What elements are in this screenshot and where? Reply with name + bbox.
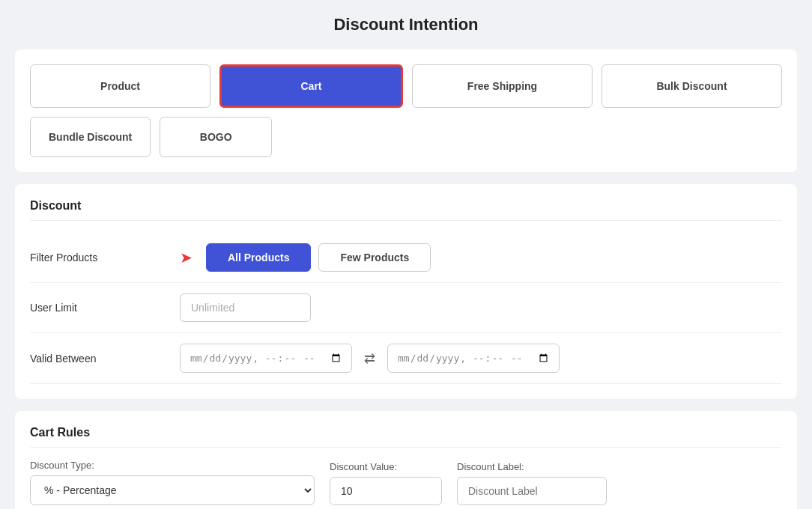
user-limit-row: User Limit [30,283,782,333]
user-limit-control [180,293,311,322]
valid-between-label: Valid Between [30,353,180,365]
intention-row-2: Bundle Discount BOGO [30,117,782,157]
cart-rules-row: Discount Type: % - Percentage $ - Fixed … [30,460,782,505]
discount-label-label: Discount Label: [457,461,607,472]
filter-products-row: Filter Products ➤ All Products Few Produ… [30,233,782,283]
user-limit-label: User Limit [30,302,180,314]
date-start-input[interactable] [180,344,352,373]
discount-label-input[interactable] [457,477,607,505]
discount-type-select[interactable]: % - Percentage $ - Fixed Amount [30,475,315,505]
discount-section-title: Discount [30,199,782,221]
swap-icon: ⇄ [364,350,375,367]
discount-label-field: Discount Label: [457,461,607,505]
page-title: Discount Intention [15,15,797,34]
discount-type-field: Discount Type: % - Percentage $ - Fixed … [30,460,315,505]
filter-products-label: Filter Products [30,252,180,263]
discount-section: Discount Filter Products ➤ All Products … [15,184,797,399]
date-end-input[interactable] [387,344,560,373]
valid-between-control: ⇄ [180,344,560,373]
intention-btn-bundle-discount[interactable]: Bundle Discount [30,117,151,157]
intention-btn-free-shipping[interactable]: Free Shipping [412,64,593,108]
discount-value-field: Discount Value: [330,461,442,505]
filter-products-control: ➤ All Products Few Products [180,243,431,272]
intention-btn-bogo[interactable]: BOGO [160,117,272,157]
discount-value-label: Discount Value: [330,461,442,472]
intention-btn-product[interactable]: Product [30,64,210,108]
intention-btn-cart[interactable]: Cart [219,64,403,108]
filter-few-products-btn[interactable]: Few Products [318,243,431,272]
intention-btn-bulk-discount[interactable]: Bulk Discount [602,64,782,108]
arrow-icon: ➤ [180,249,193,266]
discount-value-input[interactable] [330,477,442,505]
cart-rules-title: Cart Rules [30,426,782,448]
cart-rules-section: Cart Rules Discount Type: % - Percentage… [15,411,797,509]
intention-row-1: Product Cart Free Shipping Bulk Discount [30,64,782,108]
user-limit-input[interactable] [180,293,311,322]
valid-between-row: Valid Between ⇄ [30,333,782,384]
filter-all-products-btn[interactable]: All Products [206,243,311,272]
discount-type-label: Discount Type: [30,460,315,471]
intention-section: Product Cart Free Shipping Bulk Discount… [15,49,797,172]
